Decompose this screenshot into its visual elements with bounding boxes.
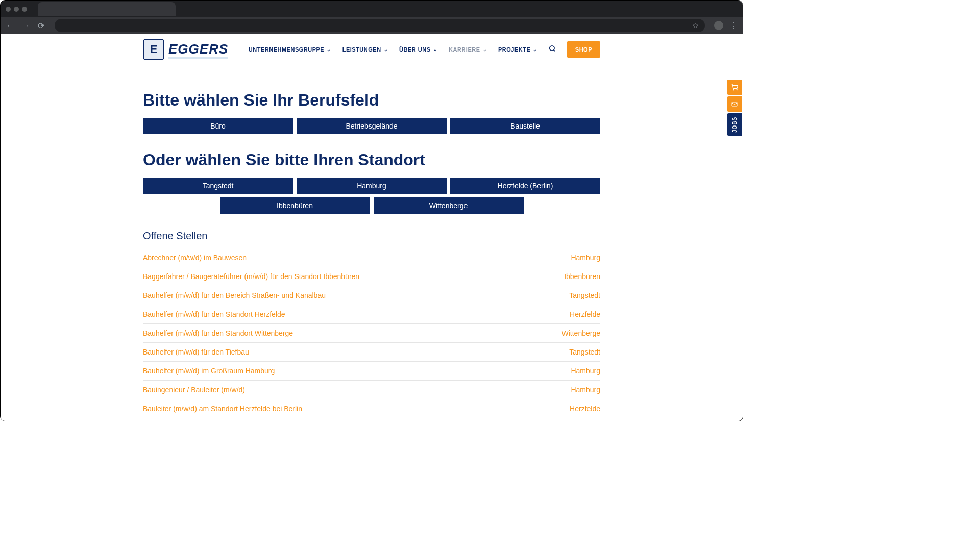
chevron-down-icon: ⌄: [384, 47, 388, 52]
nav-item-label: LEISTUNGEN: [342, 46, 381, 53]
location-filter-button[interactable]: Hamburg: [297, 178, 447, 194]
job-row[interactable]: Bauleiter (m/w/d) für das Großprojekt A7…: [143, 418, 600, 421]
location-filter-button[interactable]: Ibbenbüren: [220, 197, 370, 214]
svg-point-1: [733, 90, 734, 90]
nav-item-label: PROJEKTE: [498, 46, 530, 53]
reload-icon[interactable]: ⟳: [36, 21, 45, 30]
window-min-icon[interactable]: [14, 7, 19, 12]
browser-menu-icon[interactable]: ⋮: [729, 21, 738, 31]
job-title: Bauhelfer (m/w/d) für den Standort Herzf…: [143, 310, 285, 318]
chevron-down-icon: ⌄: [433, 47, 438, 52]
heading-field: Bitte wählen Sie Ihr Berufsfeld: [143, 91, 600, 110]
back-icon[interactable]: ←: [6, 21, 15, 30]
job-location: Tangstedt: [569, 291, 600, 299]
job-title: Bauhelfer (m/w/d) für den Bereich Straße…: [143, 291, 326, 299]
svg-point-0: [550, 45, 554, 50]
field-filter-button[interactable]: Büro: [143, 118, 293, 134]
search-icon[interactable]: [549, 45, 556, 54]
job-row[interactable]: Bauhelfer (m/w/d) im Großraum HamburgHam…: [143, 362, 600, 381]
job-location: Hamburg: [571, 254, 600, 262]
window-max-icon[interactable]: [22, 7, 27, 12]
location-filter-row-1: TangstedtHamburgHerzfelde (Berlin): [143, 178, 600, 194]
main-nav: UNTERNEHMENSGRUPPE⌄LEISTUNGEN⌄ÜBER UNS⌄K…: [249, 41, 600, 58]
job-location: Wittenberge: [562, 329, 600, 337]
job-location: Herzfelde: [570, 310, 600, 318]
chevron-down-icon: ⌄: [327, 47, 331, 52]
location-filter-button[interactable]: Herzfelde (Berlin): [450, 178, 600, 194]
job-title: Bauhelfer (m/w/d) für den Tiefbau: [143, 348, 249, 356]
site-header: E EGGERS UNTERNEHMENSGRUPPE⌄LEISTUNGEN⌄Ü…: [1, 34, 743, 65]
logo[interactable]: E EGGERS: [143, 39, 228, 60]
open-positions-heading: Offene Stellen: [143, 230, 600, 242]
job-list: Abrechner (m/w/d) im BauwesenHamburgBagg…: [143, 248, 600, 421]
job-title: Bauleiter (m/w/d) am Standort Herzfelde …: [143, 405, 302, 413]
shop-side-tab[interactable]: [727, 80, 742, 95]
job-title: Baggerfahrer / Baugeräteführer (m/w/d) f…: [143, 272, 359, 281]
job-location: Hamburg: [571, 386, 600, 394]
contact-side-tab[interactable]: [727, 96, 742, 112]
nav-item-projekte[interactable]: PROJEKTE⌄: [498, 46, 537, 53]
job-row[interactable]: Abrechner (m/w/d) im BauwesenHamburg: [143, 248, 600, 267]
chevron-down-icon: ⌄: [533, 47, 537, 52]
shop-button[interactable]: SHOP: [567, 41, 600, 58]
job-title: Bauhelfer (m/w/d) für den Standort Witte…: [143, 329, 293, 337]
job-location: Hamburg: [571, 367, 600, 375]
job-row[interactable]: Bauleiter (m/w/d) am Standort Herzfelde …: [143, 399, 600, 418]
browser-tab[interactable]: [38, 2, 176, 16]
nav-item-über uns[interactable]: ÜBER UNS⌄: [399, 46, 437, 53]
nav-item-label: ÜBER UNS: [399, 46, 430, 53]
location-filter-row-2: IbbenbürenWittenberge: [143, 197, 600, 214]
chevron-down-icon: ⌄: [483, 47, 487, 52]
nav-item-label: UNTERNEHMENSGRUPPE: [249, 46, 324, 53]
job-row[interactable]: Bauhelfer (m/w/d) für den Standort Herzf…: [143, 305, 600, 324]
job-location: Tangstedt: [569, 348, 600, 356]
profile-avatar[interactable]: [714, 21, 723, 30]
logo-text: EGGERS: [168, 41, 228, 57]
job-location: Ibbenbüren: [564, 272, 600, 281]
job-title: Abrechner (m/w/d) im Bauwesen: [143, 254, 247, 262]
job-row[interactable]: Bauhelfer (m/w/d) für den Standort Witte…: [143, 324, 600, 343]
job-location: Herzfelde: [570, 405, 600, 413]
window-close-icon[interactable]: [6, 7, 11, 12]
svg-point-2: [737, 90, 737, 90]
job-row[interactable]: Bauingenieur / Bauleiter (m/w/d)Hamburg: [143, 381, 600, 399]
field-filter-button[interactable]: Betriebsgelände: [297, 118, 447, 134]
browser-chrome: ← → ⟳ ☆ ⋮: [1, 1, 743, 34]
job-title: Bauhelfer (m/w/d) im Großraum Hamburg: [143, 367, 275, 375]
nav-item-unternehmensgruppe[interactable]: UNTERNEHMENSGRUPPE⌄: [249, 46, 331, 53]
field-filter-row: BüroBetriebsgeländeBaustelle: [143, 118, 600, 134]
location-filter-button[interactable]: Tangstedt: [143, 178, 293, 194]
location-filter-button[interactable]: Wittenberge: [374, 197, 524, 214]
job-row[interactable]: Bauhelfer (m/w/d) für den Bereich Straße…: [143, 286, 600, 305]
heading-location: Oder wählen Sie bitte Ihren Standort: [143, 150, 600, 169]
nav-item-label: KARRIERE: [449, 46, 480, 53]
job-title: Bauingenieur / Bauleiter (m/w/d): [143, 386, 245, 394]
nav-item-karriere[interactable]: KARRIERE⌄: [449, 46, 487, 53]
side-tabs: JOBS: [727, 80, 742, 136]
jobs-side-tab[interactable]: JOBS: [727, 113, 742, 136]
nav-item-leistungen[interactable]: LEISTUNGEN⌄: [342, 46, 388, 53]
url-bar[interactable]: ☆: [55, 19, 705, 32]
job-row[interactable]: Baggerfahrer / Baugeräteführer (m/w/d) f…: [143, 267, 600, 286]
job-row[interactable]: Bauhelfer (m/w/d) für den TiefbauTangste…: [143, 343, 600, 362]
forward-icon[interactable]: →: [21, 21, 30, 30]
field-filter-button[interactable]: Baustelle: [450, 118, 600, 134]
bookmark-icon[interactable]: ☆: [692, 21, 699, 30]
logo-icon: E: [143, 39, 164, 60]
